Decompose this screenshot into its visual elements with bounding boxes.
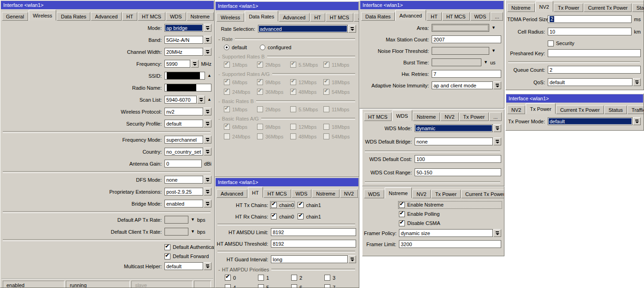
text-input-wds-default-cost[interactable]: 100: [415, 155, 501, 163]
combo-field-scan-list[interactable]: 5940-6070: [164, 96, 197, 104]
tab-current-tx-power[interactable]: Current Tx Power: [556, 105, 604, 114]
dropdown-button[interactable]: [493, 138, 501, 145]
dropdown-button[interactable]: [493, 229, 501, 237]
tab-tx-power[interactable]: Tx Power: [526, 103, 555, 114]
tab-tx-power[interactable]: Tx Power: [554, 3, 583, 12]
tab-wds[interactable]: WDS: [364, 190, 384, 198]
tab-nv2[interactable]: NV2: [507, 105, 525, 114]
combo-field-adaptive-noise-immunity[interactable]: ap and client mode: [432, 81, 493, 89]
dropdown-button[interactable]: [204, 148, 211, 156]
checkbox-chain0[interactable]: ✔chain0: [271, 213, 294, 219]
combo-field-wds-mode[interactable]: dynamic: [415, 124, 493, 132]
checkbox-box[interactable]: ✔: [271, 213, 277, 219]
checkbox-box[interactable]: [291, 284, 297, 288]
checkbox-chain1[interactable]: ✔chain1: [298, 213, 321, 219]
checkbox-box[interactable]: [290, 106, 296, 112]
checkbox-box[interactable]: [224, 133, 230, 139]
checkbox-5-5mbps[interactable]: 5.5Mbps: [290, 106, 323, 112]
checkbox-5-5mbps[interactable]: ✔5.5Mbps: [290, 62, 323, 68]
checkbox-box[interactable]: ✔: [224, 106, 230, 112]
tab-nv2[interactable]: NV2: [340, 189, 358, 198]
text-input-radio-name[interactable]: [164, 84, 211, 92]
checkbox-18mbps[interactable]: ✔18Mbps: [323, 79, 357, 85]
tab-ht-mcs[interactable]: HT MCS: [138, 12, 165, 21]
combo-field-ht-guard-interval[interactable]: long: [271, 255, 348, 263]
checkbox-36mbps[interactable]: ✔36Mbps: [257, 89, 290, 95]
combo-field-dfs-mode[interactable]: none: [164, 176, 203, 184]
down-arrow-icon[interactable]: ▼: [191, 218, 195, 222]
tab-status[interactable]: Status: [604, 105, 627, 114]
combo-field-multicast-helper[interactable]: default: [164, 262, 203, 270]
tab-nv2[interactable]: NV2: [412, 190, 430, 198]
checkbox-chain0[interactable]: ✔chain0: [271, 202, 294, 208]
checkbox-box[interactable]: ✔: [257, 62, 263, 68]
tab-wds[interactable]: WDS: [470, 12, 491, 21]
checkbox-box[interactable]: ✔: [225, 275, 231, 281]
tab-ht[interactable]: HT: [248, 187, 263, 198]
checkbox-box[interactable]: ✔: [290, 62, 296, 68]
checkbox-1mbps[interactable]: ✔1Mbps: [224, 106, 257, 112]
combo-field-burst-time[interactable]: [432, 58, 481, 66]
checkbox-box[interactable]: ✔: [257, 89, 263, 95]
combo-field-framer-policy[interactable]: dynamic size: [399, 229, 493, 237]
combo-field-noise-floor-threshold[interactable]: [432, 47, 489, 55]
checkbox-box[interactable]: ✔: [164, 244, 170, 250]
text-input-preshared-key[interactable]: [548, 49, 641, 57]
tab-tx-power[interactable]: Tx Power: [459, 112, 489, 121]
checkbox-box[interactable]: ✔: [290, 89, 296, 95]
text-input-ssid[interactable]: [164, 72, 205, 80]
combo-field-wds-default-bridge[interactable]: none: [415, 138, 493, 145]
tab-data-rates[interactable]: Data Rates: [361, 12, 395, 21]
combo-field-country[interactable]: no_country_set: [164, 148, 203, 156]
checkbox-2[interactable]: 2: [291, 275, 324, 281]
checkbox-54mbps[interactable]: ✔54Mbps: [323, 89, 357, 95]
checkbox-0[interactable]: ✔0: [225, 275, 258, 281]
checkbox-36mbps[interactable]: 36Mbps: [257, 133, 290, 139]
tab-wireless[interactable]: Wireless: [217, 13, 244, 22]
checkbox-box[interactable]: [291, 275, 297, 281]
checkbox-48mbps[interactable]: ✔48Mbps: [290, 89, 323, 95]
combo-field-frequency-mode[interactable]: superchannel: [164, 136, 203, 144]
text-input-antenna-gain[interactable]: 0: [164, 160, 202, 167]
up-arrow-icon[interactable]: ▲: [207, 98, 211, 102]
dropdown-button[interactable]: [191, 60, 199, 68]
checkbox-box[interactable]: [257, 106, 263, 112]
dropdown-button[interactable]: [204, 24, 211, 32]
checkbox-enable-polling[interactable]: ✔Enable Polling: [399, 211, 439, 217]
checkbox-18mbps[interactable]: 18Mbps: [323, 124, 357, 130]
checkbox-default-forward[interactable]: ✔Default Forward: [164, 253, 209, 259]
radio-default[interactable]: default: [224, 45, 247, 50]
tab-ht-mcs[interactable]: HT MCS: [442, 12, 470, 21]
checkbox-4[interactable]: 4: [225, 284, 258, 288]
tab-nv2[interactable]: NV2: [440, 112, 458, 121]
combo-field-security-profile[interactable]: default: [164, 120, 203, 127]
text-input-tdma-period-size[interactable]: 2: [548, 15, 632, 23]
tab-advanced[interactable]: Advanced: [279, 13, 310, 22]
radio-button[interactable]: [260, 45, 265, 50]
combo-field-default-ap-tx-rate[interactable]: [164, 216, 188, 224]
checkbox-box[interactable]: ✔: [399, 220, 405, 226]
checkbox-enable-nstreme[interactable]: ✔Enable Nstreme: [399, 202, 501, 208]
checkbox-box[interactable]: ✔: [298, 213, 304, 219]
combo-field-mode[interactable]: ap bridge: [164, 24, 203, 32]
checkbox-12mbps[interactable]: ✔12Mbps: [290, 79, 323, 85]
checkbox-box[interactable]: ✔: [271, 202, 277, 208]
dropdown-button[interactable]: [204, 200, 211, 207]
text-input-ht-amsdu-limit[interactable]: 8192: [271, 228, 356, 236]
tab-nstreme[interactable]: Nstreme: [507, 3, 535, 12]
checkbox-7[interactable]: 7: [324, 284, 357, 288]
dropdown-button[interactable]: [204, 108, 211, 115]
tab-advanced[interactable]: Advanced: [217, 189, 247, 198]
checkbox-box[interactable]: ✔: [224, 79, 230, 85]
checkbox-1mbps[interactable]: ✔1Mbps: [224, 62, 257, 68]
checkbox-box[interactable]: [258, 284, 264, 288]
tab-current-tx-power[interactable]: Current Tx Power: [584, 3, 632, 12]
tab-data-rates[interactable]: Data Rates: [57, 12, 90, 21]
tab-wireless[interactable]: Wireless: [29, 10, 56, 21]
tab-dots[interactable]: ...: [489, 112, 502, 121]
checkbox-24mbps[interactable]: 24Mbps: [224, 133, 257, 139]
tab-dots[interactable]: ...: [358, 189, 359, 198]
down-arrow-icon[interactable]: ▼: [191, 230, 195, 234]
checkbox-54mbps[interactable]: 54Mbps: [323, 133, 357, 139]
tab-nstreme[interactable]: Nstreme: [312, 189, 340, 198]
